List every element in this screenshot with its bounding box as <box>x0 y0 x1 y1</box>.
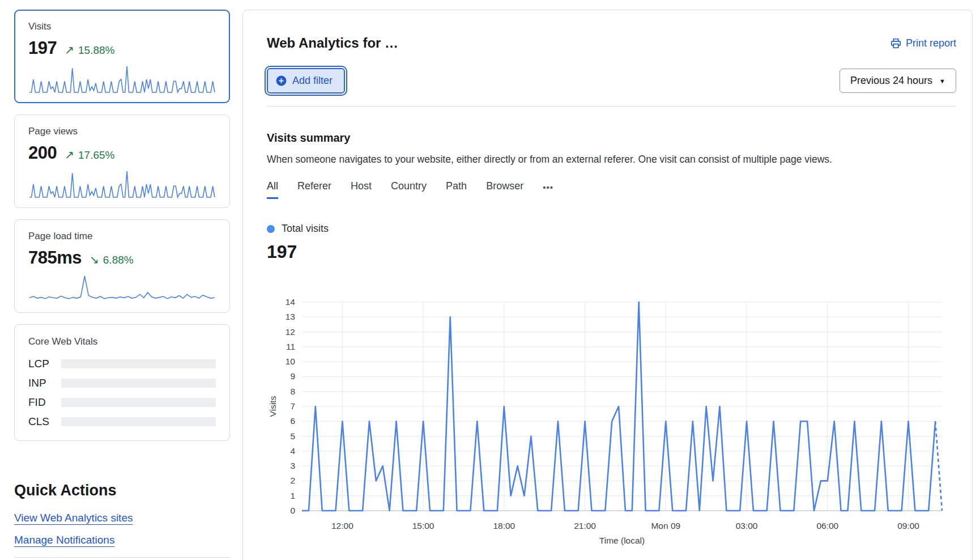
page-views-sparkline <box>28 169 216 198</box>
total-visits-value: 197 <box>267 241 956 262</box>
more-tabs-icon[interactable]: ••• <box>543 183 553 199</box>
svg-text:5: 5 <box>290 431 295 441</box>
web-analytics-page: Visits 197 ↗ 15.88% Page views 200 ↗ 17.… <box>0 0 980 560</box>
cwv-row-lcp: LCP <box>28 358 216 370</box>
quick-actions-title: Quick Actions <box>14 482 230 499</box>
svg-text:Mon 09: Mon 09 <box>651 521 680 531</box>
cwv-label: FID <box>28 396 61 409</box>
metric-trend: ↘ 6.88% <box>90 253 134 266</box>
manage-notifications-link[interactable]: Manage Notifications <box>14 534 114 546</box>
metric-value: 200 <box>28 143 57 163</box>
svg-text:0: 0 <box>290 506 295 515</box>
svg-text:15:00: 15:00 <box>412 521 434 531</box>
metrics-sidebar: Visits 197 ↗ 15.88% Page views 200 ↗ 17.… <box>14 10 230 558</box>
metric-value: 785ms <box>28 248 82 268</box>
metric-value: 197 <box>28 38 57 58</box>
svg-text:11: 11 <box>286 342 295 351</box>
svg-text:Visits: Visits <box>268 396 278 417</box>
tab-path[interactable]: Path <box>446 180 467 199</box>
metric-trend: ↗ 17.65% <box>65 148 114 162</box>
panel-header: Web Analytics for … Print report <box>243 10 972 107</box>
legend-dot-icon <box>267 225 275 233</box>
metric-label: Page views <box>28 126 216 137</box>
section-title: Visits summary <box>267 131 956 145</box>
metric-label: Visits <box>28 21 216 32</box>
dimension-tabs: All Referer Host Country Path Browser ••… <box>267 180 956 199</box>
plus-circle-icon <box>276 75 287 86</box>
visits-summary-section: Visits summary When someone navigates to… <box>243 107 972 549</box>
visits-sparkline <box>28 64 216 94</box>
svg-text:9: 9 <box>290 371 295 381</box>
svg-text:1: 1 <box>290 491 295 500</box>
cwv-bar-track <box>61 379 216 388</box>
tab-all[interactable]: All <box>267 180 278 199</box>
time-range-dropdown[interactable]: Previous 24 hours ▼ <box>840 69 956 93</box>
tab-country[interactable]: Country <box>391 180 427 199</box>
svg-text:6: 6 <box>290 416 295 426</box>
tab-referer[interactable]: Referer <box>297 180 331 199</box>
svg-text:Time (local): Time (local) <box>599 536 645 545</box>
trend-percent: 17.65% <box>78 149 114 162</box>
core-web-vitals-card[interactable]: Core Web Vitals LCP INP FID CLS <box>14 324 230 441</box>
cwv-bar-track <box>61 359 216 368</box>
cwv-label: LCP <box>28 358 61 370</box>
cwv-label: INP <box>28 377 61 389</box>
print-report-link[interactable]: Print report <box>890 37 956 49</box>
svg-text:2: 2 <box>290 476 295 485</box>
sidebar-divider <box>14 557 230 558</box>
metric-label: Page load time <box>28 231 216 242</box>
time-range-label: Previous 24 hours <box>850 75 932 87</box>
tab-host[interactable]: Host <box>351 180 372 199</box>
metric-card-page-views[interactable]: Page views 200 ↗ 17.65% <box>14 114 230 208</box>
trend-up-icon: ↗ <box>65 43 74 57</box>
trend-down-icon: ↘ <box>90 253 99 266</box>
analytics-panel: Web Analytics for … Print report <box>242 10 973 560</box>
cwv-label: CLS <box>28 415 61 428</box>
svg-text:03:00: 03:00 <box>736 521 758 531</box>
add-filter-button[interactable]: Add filter <box>267 68 345 94</box>
visits-line-chart: 0123456789101112131412:0015:0018:0021:00… <box>267 279 956 549</box>
page-title: Web Analytics for … <box>267 35 398 51</box>
print-report-label: Print report <box>906 37 956 49</box>
svg-text:21:00: 21:00 <box>574 521 596 531</box>
legend-label: Total visits <box>282 223 329 235</box>
metric-card-page-load-time[interactable]: Page load time 785ms ↘ 6.88% <box>14 219 230 313</box>
trend-up-icon: ↗ <box>65 148 74 162</box>
add-filter-label: Add filter <box>292 75 333 87</box>
cwv-row-fid: FID <box>28 396 216 409</box>
trend-percent: 6.88% <box>103 254 134 266</box>
svg-text:06:00: 06:00 <box>816 521 838 531</box>
cwv-row-inp: INP <box>28 377 216 389</box>
section-description: When someone navigates to your website, … <box>267 154 956 166</box>
cwv-bar-track <box>61 417 216 426</box>
metric-trend: ↗ 15.88% <box>65 43 114 57</box>
svg-text:12: 12 <box>286 327 295 337</box>
trend-percent: 15.88% <box>78 44 114 57</box>
svg-text:12:00: 12:00 <box>331 521 353 531</box>
svg-text:7: 7 <box>290 401 295 411</box>
svg-text:3: 3 <box>290 461 295 470</box>
page-load-sparkline <box>28 274 216 303</box>
svg-text:09:00: 09:00 <box>897 521 919 531</box>
chart-legend: Total visits <box>267 223 956 235</box>
core-web-vitals-title: Core Web Vitals <box>28 336 216 347</box>
cwv-row-cls: CLS <box>28 415 216 428</box>
metric-card-visits[interactable]: Visits 197 ↗ 15.88% <box>14 10 230 103</box>
cwv-bar-track <box>61 398 216 407</box>
svg-text:10: 10 <box>286 357 296 366</box>
svg-text:8: 8 <box>290 387 295 396</box>
svg-text:18:00: 18:00 <box>493 521 515 531</box>
svg-text:13: 13 <box>286 312 295 321</box>
tab-browser[interactable]: Browser <box>486 180 523 199</box>
printer-icon <box>890 38 901 49</box>
svg-text:4: 4 <box>290 446 295 456</box>
quick-actions-section: Quick Actions View Web Analytics sites M… <box>14 482 230 558</box>
view-web-analytics-sites-link[interactable]: View Web Analytics sites <box>14 512 133 524</box>
chevron-down-icon: ▼ <box>939 78 945 84</box>
svg-text:14: 14 <box>286 297 296 307</box>
